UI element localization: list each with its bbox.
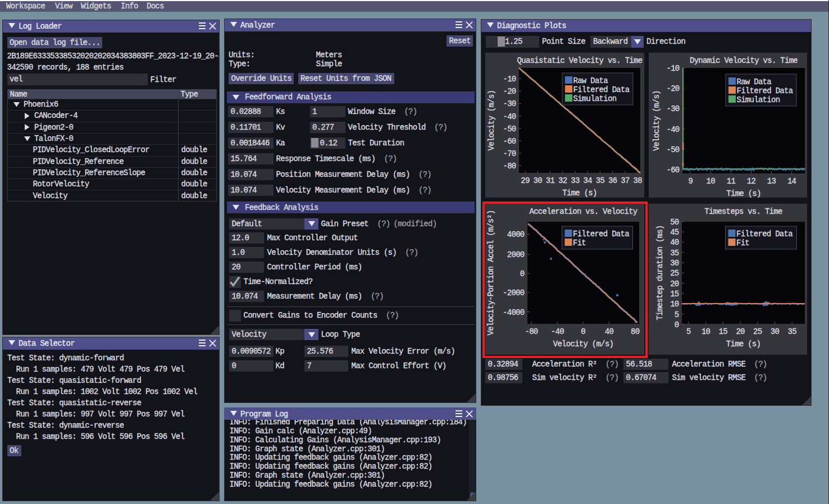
svg-text:35: 35 <box>596 176 605 185</box>
svg-text:32: 32 <box>558 176 567 185</box>
svg-text:Raw Data: Raw Data <box>573 76 608 85</box>
svg-text:-80: -80 <box>503 162 516 171</box>
svg-text:Filtered Data: Filtered Data <box>573 85 630 94</box>
svg-text:-20: -20 <box>666 84 679 93</box>
svg-text:-30: -30 <box>503 99 516 108</box>
svg-text:Filtered Data: Filtered Data <box>736 230 792 239</box>
svg-text:-70: -70 <box>503 149 516 158</box>
svg-text:Timestep duration (ms): Timestep duration (ms) <box>655 226 664 320</box>
svg-text:-30: -30 <box>666 104 679 113</box>
svg-text:-10: -10 <box>666 64 679 73</box>
svg-text:30: 30 <box>670 259 679 268</box>
svg-text:29: 29 <box>521 176 530 185</box>
svg-text:20: 20 <box>736 327 745 336</box>
svg-text:10: 10 <box>670 300 679 309</box>
svg-text:Timesteps vs. Time: Timesteps vs. Time <box>704 207 782 216</box>
svg-text:Quasistatic Velocity vs. Time: Quasistatic Velocity vs. Time <box>517 56 643 65</box>
svg-text:25: 25 <box>670 269 679 278</box>
svg-text:15: 15 <box>719 327 728 336</box>
svg-text:37: 37 <box>621 176 630 185</box>
svg-text:Time (s): Time (s) <box>726 189 760 198</box>
svg-text:Simulation: Simulation <box>573 94 617 103</box>
svg-text:15: 15 <box>670 290 679 299</box>
svg-text:Dynamic Velocity vs. Time: Dynamic Velocity vs. Time <box>690 56 798 65</box>
svg-text:30: 30 <box>771 327 780 336</box>
svg-text:Raw Data: Raw Data <box>737 77 772 86</box>
svg-text:31: 31 <box>546 176 555 185</box>
svg-text:Time (s): Time (s) <box>562 189 596 198</box>
svg-text:25: 25 <box>753 327 762 336</box>
svg-text:-50: -50 <box>666 145 679 154</box>
svg-text:14: 14 <box>787 177 796 186</box>
svg-text:-20: -20 <box>503 87 516 96</box>
svg-text:45: 45 <box>670 228 679 237</box>
svg-text:-60: -60 <box>666 166 679 175</box>
svg-text:9: 9 <box>688 177 693 186</box>
svg-text:50: 50 <box>670 218 679 227</box>
svg-text:5: 5 <box>686 327 691 336</box>
svg-text:10: 10 <box>702 327 710 336</box>
svg-text:-40: -40 <box>503 112 516 121</box>
svg-text:30: 30 <box>534 176 543 185</box>
svg-text:13: 13 <box>767 177 776 186</box>
svg-text:Time (s): Time (s) <box>726 340 760 349</box>
svg-text:-10: -10 <box>503 75 516 84</box>
svg-text:Velocity (m/s): Velocity (m/s) <box>487 90 496 151</box>
svg-text:5: 5 <box>675 310 679 319</box>
svg-text:40: 40 <box>670 238 679 247</box>
svg-text:38: 38 <box>634 176 643 185</box>
svg-text:20: 20 <box>670 280 679 288</box>
svg-text:12: 12 <box>747 177 756 186</box>
svg-text:36: 36 <box>608 176 617 185</box>
svg-text:Velocity (m/s): Velocity (m/s) <box>652 90 661 151</box>
svg-text:-60: -60 <box>503 137 516 146</box>
svg-text:-50: -50 <box>503 125 516 134</box>
svg-text:35: 35 <box>670 249 679 258</box>
svg-text:10: 10 <box>707 177 716 186</box>
svg-text:Simulation: Simulation <box>737 95 780 104</box>
svg-text:Fit: Fit <box>736 239 749 248</box>
svg-text:34: 34 <box>584 176 593 185</box>
svg-text:-40: -40 <box>666 125 679 134</box>
svg-text:11: 11 <box>727 177 736 186</box>
svg-text:Filtered Data: Filtered Data <box>737 86 793 95</box>
svg-text:33: 33 <box>571 176 580 185</box>
svg-text:0: 0 <box>675 320 679 329</box>
svg-text:35: 35 <box>788 327 797 336</box>
